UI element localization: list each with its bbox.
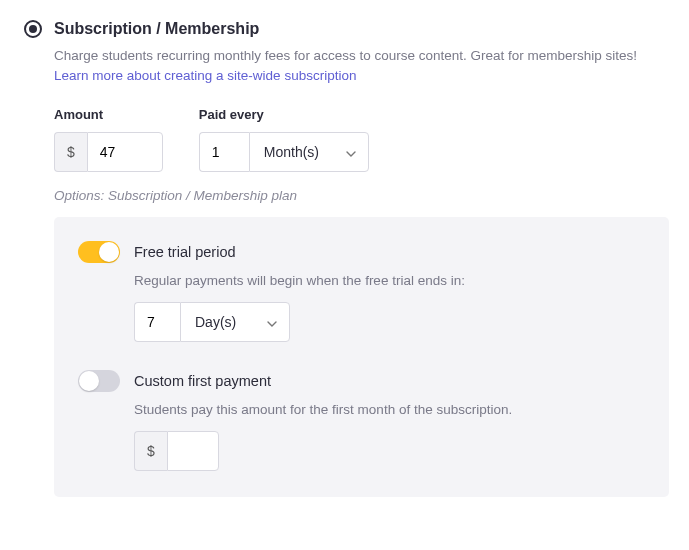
trial-unit-select[interactable]: Day(s) [180,302,290,342]
learn-more-link[interactable]: Learn more about creating a site-wide su… [54,68,356,83]
custom-currency-symbol: $ [134,431,167,471]
custom-first-payment-toggle[interactable] [78,370,120,392]
currency-symbol: $ [54,132,87,172]
free-trial-label: Free trial period [134,244,236,260]
section-title: Subscription / Membership [54,20,259,38]
paid-every-label: Paid every [199,107,369,122]
chevron-down-icon [346,144,356,160]
free-trial-toggle[interactable] [78,241,120,263]
trial-length-input[interactable] [134,302,180,342]
interval-count-input[interactable] [199,132,249,172]
trial-unit-value: Day(s) [195,314,236,330]
interval-unit-value: Month(s) [264,144,319,160]
interval-unit-select[interactable]: Month(s) [249,132,369,172]
options-note: Options: Subscription / Membership plan [54,188,669,203]
amount-label: Amount [54,107,163,122]
section-description: Charge students recurring monthly fees f… [54,46,669,85]
amount-input[interactable] [87,132,163,172]
chevron-down-icon [267,314,277,330]
subscription-radio[interactable] [24,20,42,38]
free-trial-description: Regular payments will begin when the fre… [134,273,645,288]
description-text: Charge students recurring monthly fees f… [54,48,637,63]
options-panel: Free trial period Regular payments will … [54,217,669,497]
custom-first-payment-label: Custom first payment [134,373,271,389]
custom-first-payment-description: Students pay this amount for the first m… [134,402,645,417]
custom-first-payment-input[interactable] [167,431,219,471]
